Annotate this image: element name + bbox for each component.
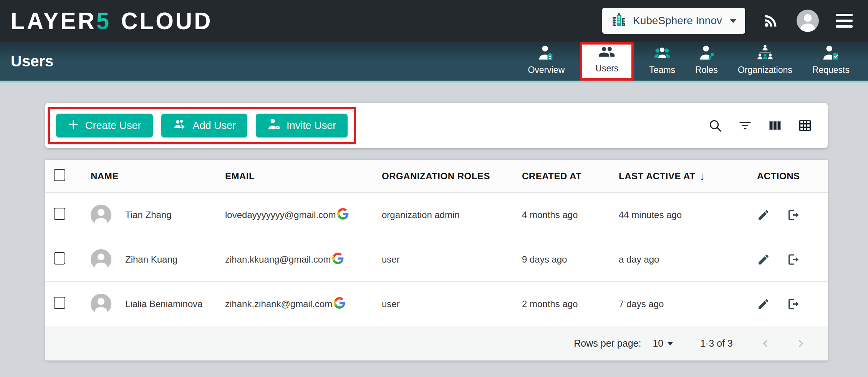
- column-header-actions: ACTIONS: [757, 171, 828, 182]
- table-row: Zihan Kuang zihan.kkuang@gmail.com user: [45, 237, 828, 281]
- user-avatar-menu[interactable]: [797, 10, 819, 32]
- user-avatar: [91, 205, 111, 225]
- table-row: Tian Zhang lovedayyyyyyy@gmail.com organ…: [45, 192, 828, 237]
- column-header-name[interactable]: NAME: [91, 171, 225, 182]
- user-last-active: 44 minutes ago: [619, 210, 757, 220]
- user-name: Zihan Kuang: [125, 254, 177, 265]
- tab-label: Users: [595, 63, 618, 74]
- tab-overview[interactable]: Overview: [518, 40, 575, 81]
- button-label: Create User: [85, 120, 141, 132]
- user-role: user: [382, 299, 522, 309]
- person-add-icon: [173, 118, 187, 133]
- grid-icon[interactable]: [798, 118, 812, 133]
- tab-label: Organizations: [738, 65, 792, 75]
- column-header-org-roles[interactable]: ORGANIZATION ROLES: [382, 171, 522, 182]
- person-key-icon: [697, 44, 716, 62]
- person-invite-icon: [267, 118, 280, 134]
- next-page-icon[interactable]: [795, 338, 807, 349]
- users-table: NAME EMAIL ORGANIZATION ROLES CREATED AT…: [45, 160, 828, 360]
- section-navbar: Users Overview Users: [0, 41, 868, 83]
- google-icon: [332, 253, 344, 266]
- tab-organizations[interactable]: Organizations: [728, 40, 802, 81]
- user-avatar: [91, 249, 111, 270]
- user-created-at: 4 months ago: [522, 210, 619, 220]
- remove-user-icon[interactable]: [786, 297, 800, 311]
- tab-roles[interactable]: Roles: [685, 40, 728, 81]
- remove-user-icon[interactable]: [786, 253, 800, 266]
- row-checkbox[interactable]: [54, 208, 65, 220]
- edit-user-icon[interactable]: [757, 253, 770, 266]
- sort-desc-icon: ↓: [699, 170, 705, 183]
- user-created-at: 2 months ago: [522, 299, 619, 309]
- logo-five: 5: [96, 7, 111, 35]
- org-chart-icon: [756, 44, 774, 62]
- broadcast-icon[interactable]: [762, 12, 780, 30]
- google-icon: [337, 208, 349, 222]
- tab-users[interactable]: Users: [580, 42, 634, 81]
- user-role: user: [382, 254, 522, 265]
- tab-label: Teams: [649, 65, 675, 75]
- layer5-cloud-logo: LAYER5CLOUD: [11, 7, 213, 35]
- person-badge-icon: [537, 44, 555, 62]
- column-header-email[interactable]: EMAIL: [225, 171, 382, 182]
- row-checkbox[interactable]: [54, 297, 65, 309]
- remove-user-icon[interactable]: [786, 208, 800, 222]
- logo-layer: LAYER: [11, 7, 96, 35]
- button-label: Add User: [193, 120, 236, 132]
- organization-selector[interactable]: KubeSphere Innov: [602, 8, 745, 34]
- nav-tabs: Overview Users Teams: [518, 41, 860, 81]
- column-header-last-active-at[interactable]: LAST ACTIVE AT ↓: [619, 170, 757, 183]
- columns-icon[interactable]: [768, 118, 782, 133]
- top-header: LAYER5CLOUD: [0, 0, 868, 41]
- google-icon: [334, 297, 345, 311]
- rows-per-page-label: Rows per page:: [574, 338, 641, 349]
- tab-label: Overview: [528, 65, 565, 75]
- user-name: Tian Zhang: [125, 210, 172, 220]
- add-user-button[interactable]: Add User: [161, 114, 248, 137]
- annotation-red-box: Create User Add User: [48, 107, 356, 144]
- invite-user-button[interactable]: Invite User: [256, 114, 348, 137]
- users-toolbar: Create User Add User: [45, 103, 828, 148]
- create-user-button[interactable]: Create User: [56, 114, 153, 137]
- previous-page-icon[interactable]: [760, 338, 771, 349]
- tab-label: Roles: [695, 65, 718, 75]
- filter-icon[interactable]: [738, 118, 752, 133]
- tab-requests[interactable]: Requests: [802, 40, 860, 81]
- user-name: Lialia Beniaminova: [125, 299, 202, 309]
- building-icon: [611, 12, 627, 30]
- plus-icon: [68, 119, 79, 133]
- table-pagination: Rows per page: 10 1-3 of 3: [45, 326, 828, 360]
- select-all-checkbox[interactable]: [54, 169, 65, 181]
- edit-user-icon[interactable]: [757, 208, 770, 222]
- tab-label: Requests: [812, 65, 850, 75]
- chevron-down-icon: [730, 19, 737, 23]
- edit-user-icon[interactable]: [757, 298, 770, 311]
- organization-name: KubeSphere Innov: [633, 15, 722, 27]
- user-email: lovedayyyyyyy@gmail.com: [225, 210, 336, 220]
- menu-icon[interactable]: [836, 14, 853, 28]
- button-label: Invite User: [287, 120, 336, 132]
- table-header-row: NAME EMAIL ORGANIZATION ROLES CREATED AT…: [45, 160, 828, 192]
- column-header-created-at[interactable]: CREATED AT: [522, 171, 619, 182]
- user-email: zihank.zihank@gmail.com: [225, 299, 332, 309]
- table-body: Tian Zhang lovedayyyyyyy@gmail.com organ…: [45, 192, 828, 326]
- user-created-at: 9 days ago: [522, 254, 619, 265]
- row-checkbox[interactable]: [54, 252, 65, 265]
- user-email: zihan.kkuang@gmail.com: [225, 254, 331, 265]
- team-icon: [653, 44, 672, 62]
- rows-per-page-select[interactable]: 10: [653, 338, 673, 349]
- logo-cloud: CLOUD: [121, 7, 212, 35]
- people-icon: [597, 43, 616, 60]
- chevron-down-icon: [667, 342, 673, 346]
- pagination-range: 1-3 of 3: [700, 338, 733, 349]
- person-clipboard-icon: [822, 44, 840, 62]
- page-title: Users: [11, 53, 53, 70]
- rows-per-page-value: 10: [653, 338, 663, 349]
- user-role: organization admin: [382, 210, 522, 220]
- user-last-active: a day ago: [619, 254, 757, 265]
- table-row: Lialia Beniaminova zihank.zihank@gmail.c…: [45, 281, 828, 326]
- search-icon[interactable]: [708, 118, 722, 133]
- user-last-active: 7 days ago: [619, 299, 757, 309]
- user-avatar: [91, 294, 111, 314]
- tab-teams[interactable]: Teams: [639, 40, 685, 81]
